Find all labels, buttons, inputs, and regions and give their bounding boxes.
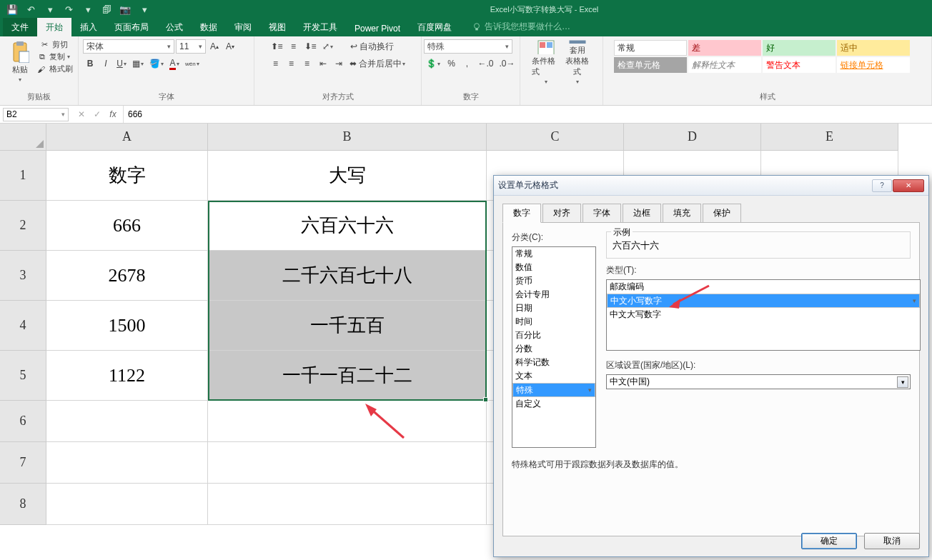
wrap-button[interactable]: ↩自动换行 [348, 39, 396, 54]
category-listbox[interactable]: 常规数值货币会计专用日期时间百分比分数科学记数文本特殊自定义 [512, 246, 596, 448]
row-header[interactable]: 1 [0, 151, 46, 201]
number-format-select[interactable]: 特殊 [424, 39, 512, 54]
col-header[interactable]: C [487, 124, 624, 151]
type-item[interactable]: 邮政编码 [607, 280, 920, 294]
dialog-tab[interactable]: 对齐 [542, 204, 581, 223]
tab-layout[interactable]: 页面布局 [106, 18, 157, 36]
bold-button[interactable]: B [83, 56, 97, 71]
cut-button[interactable]: ✂剪切 [41, 39, 68, 50]
table-format-button[interactable]: 套用 表格格式▾ [563, 39, 592, 85]
border-button[interactable]: ▦▾ [130, 56, 146, 71]
align-center-button[interactable]: ≡ [284, 56, 299, 71]
cell[interactable]: 一千五百 [208, 301, 487, 351]
phonetic-button[interactable]: wén▾ [183, 56, 202, 71]
cancel-button[interactable]: 取消 [864, 533, 920, 549]
style-cell[interactable]: 好 [763, 40, 836, 56]
dialog-tab[interactable]: 保护 [703, 204, 741, 223]
formula-input[interactable]: 666 [124, 109, 932, 119]
category-item[interactable]: 文本 [512, 369, 595, 383]
tab-pivot[interactable]: Power Pivot [346, 20, 409, 36]
fx-icon[interactable]: fx [106, 109, 120, 119]
category-item[interactable]: 自定义 [512, 397, 595, 411]
tab-formula[interactable]: 公式 [157, 18, 192, 36]
tab-file[interactable]: 文件 [3, 18, 37, 36]
tab-dev[interactable]: 开发工具 [294, 18, 346, 36]
qat-customize-dd[interactable]: ▾ [137, 2, 152, 16]
style-cell[interactable]: 警告文本 [763, 57, 836, 73]
dialog-titlebar[interactable]: 设置单元格格式 ? ✕ [494, 176, 928, 196]
category-item[interactable]: 时间 [512, 315, 595, 329]
dialog-tab[interactable]: 字体 [582, 204, 621, 223]
ok-button[interactable]: 确定 [801, 533, 857, 549]
orientation-button[interactable]: ⤢▾ [320, 39, 335, 54]
indent-button[interactable]: ⇥ [332, 56, 346, 71]
category-item[interactable]: 百分比 [512, 329, 595, 342]
name-box[interactable]: B2 [3, 108, 69, 121]
style-cell[interactable]: 适中 [837, 40, 910, 56]
style-cell[interactable]: 检查单元格 [614, 57, 687, 73]
type-item[interactable]: 中文大写数字 [607, 308, 920, 321]
dialog-tab[interactable]: 填充 [663, 204, 701, 223]
merge-button[interactable]: ⬌合并后居中▾ [347, 56, 407, 71]
style-cell[interactable]: 链接单元格 [837, 57, 910, 73]
cell[interactable]: 2678 [46, 251, 208, 301]
type-item[interactable]: 中文小写数字 [607, 294, 920, 308]
undo-icon[interactable]: ↶ [23, 2, 39, 16]
tell-me[interactable]: 告诉我您想要做什么… [466, 17, 576, 36]
align-mid-button[interactable]: ≡ [287, 39, 301, 54]
cell[interactable]: 大写 [208, 151, 487, 201]
category-item[interactable]: 日期 [512, 301, 595, 315]
col-header[interactable]: D [624, 124, 761, 151]
category-item[interactable]: 常规 [512, 247, 595, 261]
cell[interactable] [46, 442, 208, 484]
tab-data[interactable]: 数据 [192, 18, 226, 36]
chevron-down-icon[interactable]: ▾ [897, 376, 908, 388]
font-size-select[interactable]: 11 [176, 39, 206, 54]
dialog-close-button[interactable]: ✕ [893, 179, 924, 192]
cell[interactable]: 1500 [46, 301, 208, 351]
row-header[interactable]: 5 [0, 351, 46, 401]
align-right-button[interactable]: ≡ [300, 56, 314, 71]
cell[interactable] [208, 484, 487, 525]
italic-button[interactable]: I [99, 56, 113, 71]
tab-home[interactable]: 开始 [37, 18, 71, 36]
dialog-tab[interactable]: 数字 [502, 204, 541, 223]
col-header[interactable]: B [208, 124, 487, 151]
redo-dd[interactable]: ▾ [80, 2, 96, 16]
print-icon[interactable]: 🗐 [99, 2, 114, 16]
cell[interactable] [46, 484, 208, 525]
accept-entry-icon[interactable]: ✓ [90, 109, 104, 119]
row-header[interactable]: 8 [0, 484, 46, 525]
save-icon[interactable]: 💾 [4, 2, 20, 16]
paste-button[interactable]: 粘贴 ▾ [6, 39, 34, 85]
style-cell[interactable]: 差 [688, 40, 761, 56]
category-item[interactable]: 货币 [512, 274, 595, 288]
style-cell[interactable]: 解释性文本 [688, 57, 761, 73]
currency-button[interactable]: 💲▾ [424, 56, 442, 71]
cell[interactable]: 数字 [46, 151, 208, 201]
fill-button[interactable]: 🪣▾ [147, 56, 166, 71]
painter-button[interactable]: 🖌格式刷 [37, 64, 73, 74]
cell[interactable]: 1122 [46, 351, 208, 401]
comma-button[interactable]: , [460, 56, 474, 71]
align-left-button[interactable]: ≡ [269, 56, 283, 71]
category-item[interactable]: 数值 [512, 261, 595, 274]
dialog-help-button[interactable]: ? [872, 179, 892, 192]
tab-insert[interactable]: 插入 [71, 18, 106, 36]
font-color-button[interactable]: A▾ [167, 56, 182, 71]
tab-baidu[interactable]: 百度网盘 [409, 18, 460, 36]
style-cell[interactable]: 常规 [614, 40, 687, 56]
category-item[interactable]: 特殊 [512, 383, 595, 397]
row-header[interactable]: 2 [0, 201, 46, 251]
type-listbox[interactable]: 邮政编码中文小写数字中文大写数字 [606, 279, 921, 351]
underline-button[interactable]: U▾ [114, 56, 129, 71]
cell[interactable]: 一千一百二十二 [208, 351, 487, 401]
grow-font-button[interactable]: A▴ [207, 39, 222, 54]
camera-icon[interactable]: 📷 [117, 2, 133, 16]
row-header[interactable]: 7 [0, 442, 46, 484]
dec-dec-button[interactable]: .0→ [497, 56, 517, 71]
cell-styles-gallery[interactable]: 常规差好适中检查单元格解释性文本警告文本链接单元格 [613, 39, 922, 74]
locale-combo[interactable]: 中文(中国) ▾ [606, 374, 911, 389]
cell[interactable]: 六百六十六 [208, 201, 487, 251]
category-item[interactable]: 分数 [512, 342, 595, 356]
